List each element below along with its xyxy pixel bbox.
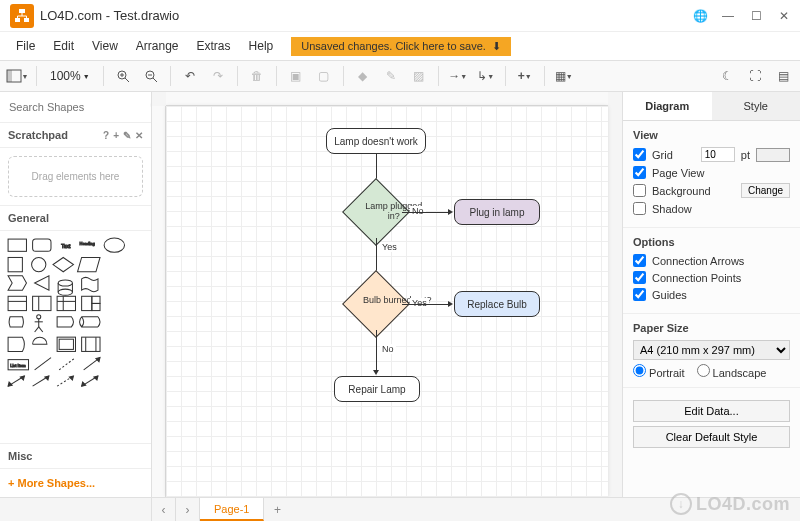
svg-marker-21: [35, 276, 49, 290]
format-panel-icon[interactable]: ▤: [770, 63, 796, 89]
svg-text:Heading: Heading: [80, 241, 95, 246]
menu-file[interactable]: File: [8, 35, 43, 57]
menubar: File Edit View Arrange Extras Help Unsav…: [0, 32, 800, 60]
portrait-radio[interactable]: [633, 364, 646, 377]
clear-style-button[interactable]: Clear Default Style: [633, 426, 790, 448]
toolbar: ▼ 100%▼ ↶ ↷ 🗑 ▣ ▢ ◆ ✎ ▨ →▼ ↳▼ +▼ ▦▼ ☾ ⛶ …: [0, 60, 800, 92]
to-back-icon[interactable]: ▢: [311, 63, 337, 89]
canvas-area[interactable]: Lamp doesn't work Lamp plugged in? No Pl…: [152, 92, 622, 497]
to-front-icon[interactable]: ▣: [283, 63, 309, 89]
ruler-horizontal: [166, 92, 608, 106]
tab-style[interactable]: Style: [712, 92, 801, 120]
landscape-radio[interactable]: [697, 364, 710, 377]
node-decision-2[interactable]: Bulb burned out?: [342, 270, 410, 338]
change-button[interactable]: Change: [741, 183, 790, 198]
page-prev-icon[interactable]: ‹: [152, 498, 176, 521]
svg-rect-12: [8, 239, 26, 251]
connection-icon[interactable]: →▼: [445, 63, 471, 89]
redo-icon[interactable]: ↷: [205, 63, 231, 89]
scratchpad-edit-icon[interactable]: ✎: [123, 130, 131, 141]
grid-label: Grid: [652, 149, 695, 161]
menu-edit[interactable]: Edit: [45, 35, 82, 57]
node-decision-1[interactable]: Lamp plugged in?: [342, 178, 410, 246]
grid-checkbox[interactable]: [633, 148, 646, 161]
page-next-icon[interactable]: ›: [176, 498, 200, 521]
svg-marker-61: [82, 382, 86, 386]
svg-marker-58: [69, 376, 73, 380]
label-yes: Yes: [380, 242, 399, 252]
background-label: Background: [652, 185, 735, 197]
svg-rect-33: [82, 296, 92, 310]
scratchpad-dropzone[interactable]: Drag elements here: [8, 156, 143, 197]
search-input[interactable]: [6, 98, 150, 116]
node-repair[interactable]: Repair Lamp: [334, 376, 420, 402]
svg-point-16: [104, 238, 124, 252]
node-start[interactable]: Lamp doesn't work: [326, 128, 426, 154]
svg-rect-2: [24, 18, 29, 22]
tab-diagram[interactable]: Diagram: [623, 92, 712, 120]
edge: [376, 330, 377, 372]
scratchpad-add-icon[interactable]: +: [113, 130, 119, 141]
scratchpad-close-icon[interactable]: ✕: [135, 130, 143, 141]
save-banner[interactable]: Unsaved changes. Click here to save. ⬇: [291, 37, 511, 56]
zoom-out-icon[interactable]: [138, 63, 164, 89]
pageview-checkbox[interactable]: [633, 166, 646, 179]
paper-size-select[interactable]: A4 (210 mm x 297 mm): [633, 340, 790, 360]
more-shapes-button[interactable]: + More Shapes...: [0, 468, 151, 497]
svg-rect-0: [19, 9, 25, 13]
svg-rect-26: [8, 296, 26, 310]
arrow-icon: [448, 209, 453, 215]
ruler-vertical: [152, 106, 166, 497]
delete-icon[interactable]: 🗑: [244, 63, 270, 89]
svg-line-39: [35, 327, 39, 332]
background-checkbox[interactable]: [633, 184, 646, 197]
table-icon[interactable]: ▦▼: [551, 63, 577, 89]
minimize-button[interactable]: —: [716, 4, 740, 28]
node-replace[interactable]: Replace Bulb: [454, 291, 540, 317]
options-heading: Options: [633, 236, 790, 248]
general-section-label[interactable]: General: [0, 205, 151, 231]
page-add-icon[interactable]: +: [264, 498, 290, 521]
menu-help[interactable]: Help: [241, 35, 282, 57]
page-tab-1[interactable]: Page-1: [200, 498, 264, 521]
shadow-icon[interactable]: ▨: [406, 63, 432, 89]
sidebar-toggle-icon[interactable]: ▼: [4, 63, 30, 89]
undo-icon[interactable]: ↶: [177, 63, 203, 89]
globe-icon[interactable]: 🌐: [688, 4, 712, 28]
menu-view[interactable]: View: [84, 35, 126, 57]
svg-rect-4: [7, 70, 12, 82]
shapes-palette[interactable]: TextHeading List Item: [0, 231, 151, 443]
line-color-icon[interactable]: ✎: [378, 63, 404, 89]
theme-icon[interactable]: ☾: [714, 63, 740, 89]
menu-extras[interactable]: Extras: [189, 35, 239, 57]
svg-rect-1: [15, 18, 20, 22]
portrait-radio-label[interactable]: Portrait: [633, 364, 685, 379]
shadow-checkbox[interactable]: [633, 202, 646, 215]
misc-section-label[interactable]: Misc: [0, 443, 151, 468]
fullscreen-icon[interactable]: ⛶: [742, 63, 768, 89]
menu-arrange[interactable]: Arrange: [128, 35, 187, 57]
close-button[interactable]: ✕: [772, 4, 796, 28]
conn-points-checkbox[interactable]: [633, 271, 646, 284]
landscape-radio-label[interactable]: Landscape: [697, 364, 767, 379]
waypoint-icon[interactable]: ↳▼: [473, 63, 499, 89]
fill-color-icon[interactable]: ◆: [350, 63, 376, 89]
svg-line-6: [125, 78, 129, 82]
node-plug[interactable]: Plug in lamp: [454, 199, 540, 225]
edge: [402, 304, 450, 305]
grid-color-swatch[interactable]: [756, 148, 790, 162]
zoom-level[interactable]: 100%▼: [43, 66, 97, 86]
scratchpad-help-icon[interactable]: ?: [103, 130, 109, 141]
svg-rect-28: [33, 296, 51, 310]
guides-checkbox[interactable]: [633, 288, 646, 301]
zoom-in-icon[interactable]: [110, 63, 136, 89]
maximize-button[interactable]: ☐: [744, 4, 768, 28]
edit-data-button[interactable]: Edit Data...: [633, 400, 790, 422]
svg-marker-56: [45, 376, 49, 380]
window-title: LO4D.com - Test.drawio: [40, 8, 688, 23]
insert-icon[interactable]: +▼: [512, 63, 538, 89]
conn-arrows-checkbox[interactable]: [633, 254, 646, 267]
grid-size-input[interactable]: [701, 147, 735, 162]
svg-rect-17: [8, 257, 22, 271]
conn-arrows-label: Connection Arrows: [652, 255, 790, 267]
